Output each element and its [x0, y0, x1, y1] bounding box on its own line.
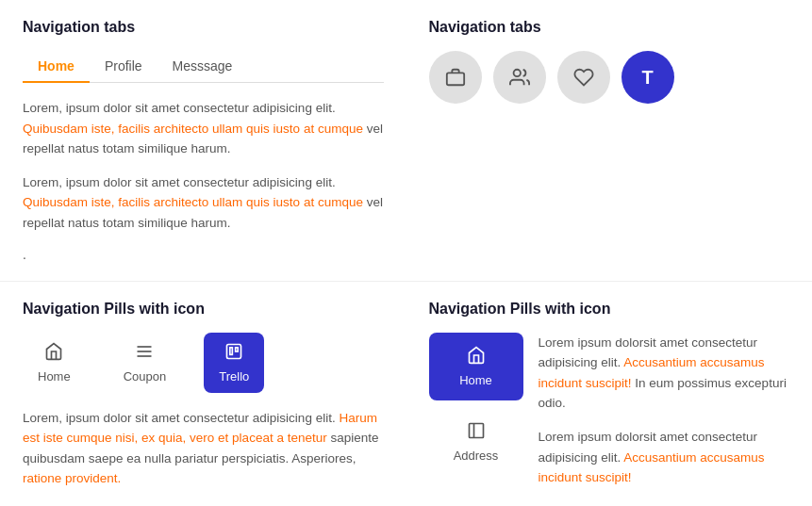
svg-rect-6 [230, 347, 233, 354]
trello-icon [224, 342, 243, 366]
dot: . [23, 247, 384, 262]
address-icon [467, 421, 486, 445]
briefcase-tab[interactable] [429, 51, 482, 104]
tab-home[interactable]: Home [23, 51, 90, 83]
right-pill-tabs: Home Address [429, 333, 523, 501]
top-right-section: Navigation tabs T [406, 0, 813, 281]
paragraph-2: Lorem, ipsum dolor sit amet consectetur … [23, 172, 384, 234]
tab-content-left: Lorem, ipsum dolor sit amet consectetur … [23, 98, 384, 262]
tab-message[interactable]: Messsage [157, 51, 248, 83]
svg-rect-8 [469, 423, 483, 437]
pill-coupon-label: Coupon [124, 369, 167, 384]
nav-pills-left: Home Coupon Trello [23, 333, 384, 393]
pill-content-left: Lorem, ipsum dolor sit amet consectetur … [23, 408, 384, 489]
heart-tab[interactable] [557, 51, 610, 104]
right-pill-home[interactable]: Home [429, 333, 523, 400]
nav-tabs-icons: T [429, 51, 790, 104]
nav-tabs-left: Home Profile Messsage [23, 51, 384, 83]
top-left-section: Navigation tabs Home Profile Messsage Lo… [0, 0, 406, 281]
t-icon: T [641, 67, 653, 89]
pill-paragraph: Lorem, ipsum dolor sit amet consectetur … [23, 408, 384, 489]
people-tab[interactable] [493, 51, 546, 104]
pill-trello[interactable]: Trello [204, 333, 264, 393]
right-home-icon [467, 346, 486, 369]
pill-trello-label: Trello [219, 369, 249, 384]
bottom-right-title: Navigation Pills with icon [429, 301, 790, 318]
right-pill-home-label: Home [459, 373, 492, 387]
right-paragraph-1: Lorem ipsum dolorsit amet consectetur ad… [539, 333, 790, 414]
pill-home-label: Home [38, 369, 71, 384]
top-left-title: Navigation tabs [23, 19, 384, 36]
bottom-left-title: Navigation Pills with icon [23, 301, 384, 318]
pill-home[interactable]: Home [23, 333, 86, 393]
home-icon [44, 342, 63, 366]
svg-rect-0 [446, 73, 463, 85]
svg-rect-5 [227, 344, 241, 358]
right-pill-address-label: Address [454, 449, 499, 463]
bottom-left-section: Navigation Pills with icon Home Coupon [0, 281, 406, 506]
right-pill-content: Lorem ipsum dolorsit amet consectetur ad… [539, 333, 790, 501]
t-tab[interactable]: T [621, 51, 674, 104]
svg-point-1 [513, 70, 520, 76]
right-paragraph-2: Lorem ipsum dolorsit amet consectetur ad… [539, 427, 790, 488]
coupon-icon [135, 342, 154, 366]
right-pill-address[interactable]: Address [429, 408, 523, 476]
tab-profile[interactable]: Profile [90, 51, 157, 83]
paragraph-1: Lorem, ipsum dolor sit amet consectetur … [23, 98, 384, 159]
pill-coupon[interactable]: Coupon [108, 333, 182, 393]
top-right-title: Navigation tabs [429, 19, 790, 36]
nav-pills-right: Home Address Lorem ipsum dolorsit amet c… [429, 333, 790, 501]
svg-rect-7 [236, 347, 239, 351]
bottom-right-section: Navigation Pills with icon Home [406, 281, 813, 506]
